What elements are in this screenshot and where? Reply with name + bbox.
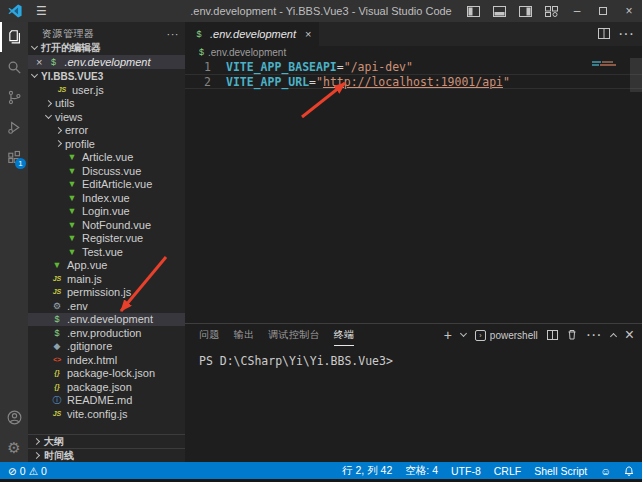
file-name: user.js	[72, 84, 104, 96]
tree-item[interactable]: ◆.gitignore	[28, 340, 185, 354]
terminal-dropdown-icon[interactable]	[460, 330, 467, 337]
file-name: package-lock.json	[67, 367, 155, 379]
terminal[interactable]: PS D:\CSharp\Yi\Yi.BBS.Vue3>	[185, 346, 642, 462]
split-editor-icon[interactable]	[598, 25, 610, 43]
gear-file-icon: ⚙	[51, 301, 63, 311]
tree-item[interactable]: views	[28, 110, 185, 124]
tree-item[interactable]: <>index.html	[28, 353, 185, 367]
panel-more-icon[interactable]: ···	[586, 326, 602, 344]
json-file-icon: {}	[51, 368, 63, 378]
tree-item[interactable]: ▼Index.vue	[28, 191, 185, 205]
notifications-bell-icon[interactable]	[624, 465, 634, 476]
status-bar: ⊘0 ⚠0 行 2, 列 42 空格: 4 UTF-8 CRLF Shell S…	[0, 462, 642, 479]
breadcrumb[interactable]: $ .env.development	[185, 46, 642, 58]
tree-item[interactable]: ▼Login.vue	[28, 205, 185, 219]
minimap[interactable]	[592, 61, 628, 67]
file-name: utils	[55, 97, 75, 109]
tree-item[interactable]: ▼Register.vue	[28, 232, 185, 246]
account-icon[interactable]	[0, 402, 28, 432]
tree-item[interactable]: {}package-lock.json	[28, 367, 185, 381]
maximize-button[interactable]	[590, 0, 616, 22]
toggle-panel-icon[interactable]	[486, 0, 512, 22]
file-name: Login.vue	[82, 205, 130, 217]
close-editor-icon[interactable]: ×	[36, 56, 42, 68]
panel-tab[interactable]: 问题	[199, 324, 220, 346]
file-name: Index.vue	[82, 192, 130, 204]
shell-file-icon: $	[199, 47, 204, 57]
eol-sequence[interactable]: CRLF	[494, 465, 521, 477]
menu-icon[interactable]: ☰	[30, 4, 53, 18]
tree-item[interactable]: ▼Discuss.vue	[28, 164, 185, 178]
file-name: EditArticle.vue	[82, 178, 152, 190]
kill-terminal-icon[interactable]	[567, 326, 577, 344]
shell-selector[interactable]: › powershell	[475, 330, 538, 341]
folder-chevron-icon	[45, 112, 52, 119]
encoding[interactable]: UTF-8	[451, 465, 481, 477]
tree-item[interactable]: ▼NotFound.vue	[28, 218, 185, 232]
sidebar-more-icon[interactable]: ···	[167, 28, 180, 40]
settings-gear-icon[interactable]: ⚙	[0, 432, 28, 462]
project-root-section[interactable]: YI.BBS.VUE3	[28, 69, 185, 83]
split-terminal-icon[interactable]	[547, 326, 558, 344]
timeline-section[interactable]: 时间线	[28, 448, 185, 462]
panel-tab[interactable]: 输出	[234, 324, 255, 346]
file-name: Discuss.vue	[82, 165, 141, 177]
js-file-icon: JS	[51, 287, 63, 297]
tree-item[interactable]: ▼Test.vue	[28, 245, 185, 259]
tree-item[interactable]: $.env.development	[28, 313, 185, 327]
tree-item[interactable]: JSpermission.js	[28, 286, 185, 300]
source-control-icon[interactable]	[0, 82, 28, 112]
outline-section[interactable]: 大纲	[28, 434, 185, 448]
minimize-button[interactable]: –	[564, 0, 590, 22]
code-line-2: 2VITE_APP_URL="http://localhost:19001/ap…	[185, 74, 642, 89]
tab-close-icon[interactable]: ×	[305, 28, 311, 40]
tree-item[interactable]: error	[28, 124, 185, 138]
cursor-position[interactable]: 行 2, 列 42	[342, 464, 392, 478]
file-name: index.html	[67, 354, 117, 366]
close-panel-icon[interactable]: ×	[625, 326, 634, 344]
panel-tab[interactable]: 调试控制台	[268, 324, 320, 346]
feedback-icon[interactable]: ☺	[600, 465, 611, 477]
toggle-sidebar-icon[interactable]	[460, 0, 486, 22]
vue-file-icon: ▼	[66, 166, 78, 176]
file-name: .env.production	[67, 327, 141, 339]
panel-tab[interactable]: 终端	[334, 324, 355, 346]
editor-more-icon[interactable]: ···	[618, 25, 634, 43]
tree-item[interactable]: $.env.production	[28, 326, 185, 340]
close-button[interactable]: ×	[616, 0, 642, 22]
tree-item[interactable]: ▼App.vue	[28, 259, 185, 273]
url-link[interactable]: http://localhost:19001/api	[323, 75, 503, 89]
tree-item[interactable]: JSvite.config.js	[28, 407, 185, 421]
tree-item[interactable]: {}package.json	[28, 380, 185, 394]
tree-item[interactable]: JSmain.js	[28, 272, 185, 286]
js-file-icon: JS	[51, 409, 63, 419]
tree-item[interactable]: profile	[28, 137, 185, 151]
extensions-icon[interactable]: 1	[0, 142, 28, 172]
tree-item[interactable]: utils	[28, 97, 185, 111]
code-editor[interactable]: 1VITE_APP_BASEAPI="/api-dev" 2VITE_APP_U…	[185, 58, 642, 323]
warnings-icon: ⚠	[29, 465, 38, 477]
tree-item[interactable]: ▼Article.vue	[28, 151, 185, 165]
search-icon[interactable]	[0, 52, 28, 82]
tree-item[interactable]: JSuser.js	[28, 83, 185, 97]
bottom-panel: 问题输出调试控制台终端 + › powershell	[185, 323, 642, 462]
language-mode[interactable]: Shell Script	[534, 465, 587, 477]
run-debug-icon[interactable]	[0, 112, 28, 142]
explorer-icon[interactable]	[0, 22, 28, 52]
toggle-secondary-sidebar-icon[interactable]	[512, 0, 538, 22]
open-editors-section[interactable]: 打开的编辑器	[28, 41, 185, 55]
open-editor-item[interactable]: × $ .env.development	[28, 55, 185, 69]
tree-item[interactable]: ⓘREADME.md	[28, 394, 185, 408]
problems-status[interactable]: ⊘0 ⚠0	[8, 465, 47, 477]
new-terminal-icon[interactable]: +	[444, 327, 452, 343]
scrollbar-slider[interactable]	[630, 58, 642, 92]
tab-env-development[interactable]: $ .env.development ×	[185, 22, 319, 46]
indentation[interactable]: 空格: 4	[405, 464, 438, 478]
tree-item[interactable]: ⚙.env	[28, 299, 185, 313]
tree-item[interactable]: ▼EditArticle.vue	[28, 178, 185, 192]
vue-file-icon: ▼	[66, 193, 78, 203]
customize-layout-icon[interactable]	[538, 0, 564, 22]
file-name: profile	[65, 138, 95, 150]
vue-file-icon: ▼	[66, 206, 78, 216]
maximize-panel-icon[interactable]	[610, 333, 617, 340]
